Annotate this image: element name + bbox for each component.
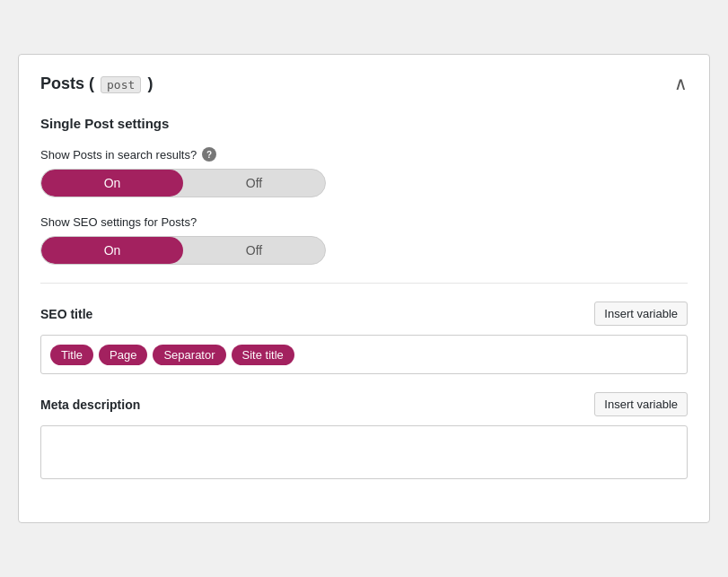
- seo-title-insert-variable-button[interactable]: Insert variable: [594, 302, 688, 326]
- show-in-search-off-button[interactable]: Off: [183, 170, 325, 197]
- show-in-search-field: Show Posts in search results? ? On Off: [40, 147, 688, 197]
- show-seo-settings-label: Show SEO settings for Posts?: [40, 215, 688, 229]
- show-seo-settings-on-button[interactable]: On: [41, 237, 183, 264]
- show-in-search-label: Show Posts in search results? ?: [40, 147, 688, 162]
- meta-description-input-box[interactable]: [40, 425, 688, 479]
- meta-description-row: Meta description Insert variable: [40, 392, 688, 416]
- card-title-text: Posts: [40, 74, 84, 92]
- seo-title-label: SEO title: [40, 307, 92, 321]
- show-seo-settings-off-button[interactable]: Off: [183, 237, 325, 264]
- card-header: Posts ( post ) ∧: [40, 73, 688, 94]
- meta-description-field: Meta description Insert variable: [40, 392, 688, 479]
- meta-description-label: Meta description: [40, 398, 140, 412]
- tag-pill-title[interactable]: Title: [50, 345, 93, 365]
- show-seo-settings-toggle: On Off: [40, 236, 326, 265]
- seo-title-field: SEO title Insert variable Title Page Sep…: [40, 302, 688, 374]
- show-in-search-on-button[interactable]: On: [41, 170, 183, 197]
- section-divider: [40, 283, 688, 284]
- seo-title-row: SEO title Insert variable: [40, 302, 688, 326]
- card-title: Posts ( post ): [40, 74, 153, 93]
- show-in-search-help-icon[interactable]: ?: [202, 147, 216, 162]
- seo-title-input-box[interactable]: Title Page Separator Site title: [40, 335, 688, 374]
- tag-pill-separator[interactable]: Separator: [153, 345, 225, 365]
- post-type-tag: post: [101, 76, 141, 93]
- show-in-search-toggle: On Off: [40, 169, 326, 197]
- posts-settings-card: Posts ( post ) ∧ Single Post settings Sh…: [18, 54, 710, 523]
- collapse-icon[interactable]: ∧: [674, 73, 688, 94]
- single-post-section: Single Post settings Show Posts in searc…: [40, 116, 688, 265]
- show-seo-settings-field: Show SEO settings for Posts? On Off: [40, 215, 688, 265]
- tag-pill-page[interactable]: Page: [99, 345, 147, 365]
- section-title: Single Post settings: [40, 116, 688, 131]
- meta-description-insert-variable-button[interactable]: Insert variable: [594, 392, 688, 416]
- tag-pill-site-title[interactable]: Site title: [232, 345, 294, 365]
